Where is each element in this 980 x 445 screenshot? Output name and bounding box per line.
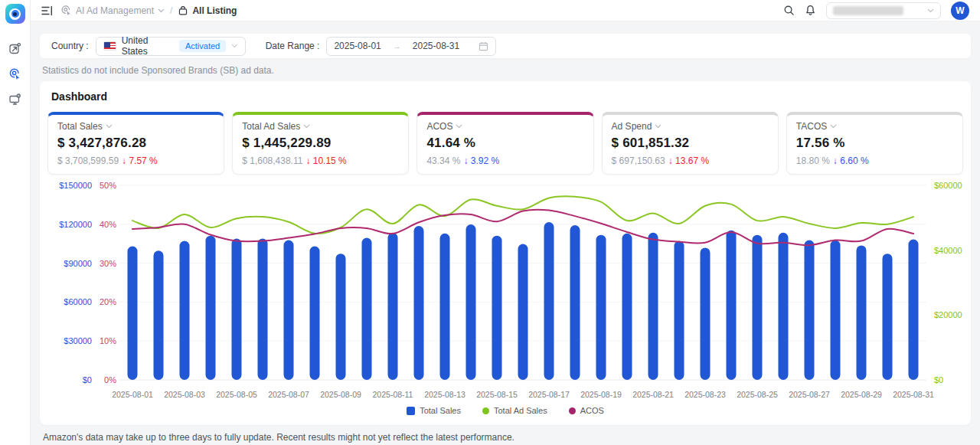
svg-text:$60000: $60000 (934, 181, 962, 190)
chevron-down-icon[interactable] (158, 8, 165, 13)
legend-item-total-ad-sales[interactable]: Total Ad Sales (482, 406, 547, 415)
metric-label: Total Ad Sales (242, 121, 300, 132)
us-flag-icon (103, 41, 116, 51)
down-arrow-icon: ↓ (668, 155, 673, 166)
metric-card-acos: ACOS 41.64 % 43.34 % ↓ 3.92 % (416, 112, 593, 175)
date-range-picker[interactable]: 2025-08-01 → 2025-08-31 (326, 37, 496, 56)
svg-text:$20000: $20000 (934, 310, 962, 319)
listing-monitor-icon[interactable] (6, 90, 24, 108)
svg-text:2025-08-31: 2025-08-31 (893, 390, 934, 399)
metric-label: ACOS (426, 121, 452, 132)
app-logo[interactable] (5, 4, 25, 24)
metric-comparison: 43.34 % ↓ 3.92 % (426, 155, 583, 166)
metric-comparison: 18.80 % ↓ 6.60 % (796, 155, 953, 166)
down-arrow-icon: ↓ (305, 155, 310, 166)
svg-text:$0: $0 (934, 375, 943, 384)
ad-target-icon (60, 5, 72, 16)
svg-text:$60000: $60000 (64, 297, 92, 306)
svg-text:2025-08-21: 2025-08-21 (632, 390, 674, 399)
date-range-arrow: → (393, 41, 401, 51)
legend-circle-marker (569, 407, 576, 414)
chevron-down-icon (303, 124, 310, 129)
metric-label: Total Sales (57, 121, 103, 132)
legend-item-acos[interactable]: ACOS (569, 406, 604, 415)
metric-card-total-ad-sales: Total Ad Sales $ 1,445,229.89 $ 1,608,43… (232, 112, 409, 175)
ai-ad-management-icon[interactable] (6, 64, 24, 83)
metric-change: ↓ 3.92 % (463, 155, 499, 166)
sidebar (0, 0, 31, 445)
filter-bar: Country : United States Activated Date R… (40, 34, 971, 58)
metric-comparison: $ 1,608,438.11 ↓ 10.15 % (242, 155, 399, 166)
legend-label: Total Ad Sales (494, 406, 547, 415)
dashboard-card: Dashboard Total Sales $ 3,427,876.28 $ 3… (40, 81, 971, 425)
metric-change: ↓ 13.67 % (668, 155, 709, 166)
svg-text:20%: 20% (100, 297, 116, 306)
breadcrumb-ai-ad-management[interactable]: AI Ad Management (76, 5, 154, 16)
dashboard-chart-svg[interactable]: $150000$120000$90000$60000$30000$050%40%… (47, 179, 963, 406)
metric-card-total-sales: Total Sales $ 3,427,876.28 $ 3,708,599.5… (47, 112, 224, 175)
chevron-down-icon (655, 124, 662, 129)
metric-select[interactable]: Ad Spend (612, 121, 769, 132)
down-arrow-icon: ↓ (463, 155, 468, 166)
chart-legend: Total SalesTotal Ad SalesACOS (47, 406, 963, 415)
svg-text:10%: 10% (100, 336, 116, 345)
metric-value: 17.56 % (796, 136, 953, 151)
breadcrumb-separator: / (170, 5, 172, 16)
metric-change: ↓ 10.15 % (305, 155, 346, 166)
dashboard-compass-icon[interactable] (6, 39, 24, 57)
metric-cards-row: Total Sales $ 3,427,876.28 $ 3,708,599.5… (47, 112, 963, 175)
metric-change: ↓ 7.57 % (122, 155, 158, 166)
svg-text:$0: $0 (83, 375, 92, 384)
metric-value: $ 601,851.32 (612, 136, 769, 151)
calendar-icon (479, 41, 488, 51)
main-content: Country : United States Activated Date R… (31, 21, 980, 445)
breadcrumb: AI Ad Management / All Listing (60, 5, 237, 16)
svg-text:2025-08-19: 2025-08-19 (580, 390, 622, 399)
workspace-select[interactable] (826, 2, 941, 19)
metric-prev-value: $ 3,708,599.59 (57, 155, 119, 166)
svg-text:2025-08-27: 2025-08-27 (789, 390, 830, 399)
svg-text:2025-08-01: 2025-08-01 (112, 390, 153, 399)
metric-select[interactable]: Total Sales (57, 121, 214, 132)
search-icon[interactable] (783, 5, 795, 16)
user-avatar[interactable]: W (951, 2, 969, 20)
country-select[interactable]: United States Activated (96, 37, 246, 56)
date-end-value[interactable]: 2025-08-31 (413, 41, 459, 51)
bell-icon[interactable] (805, 5, 816, 16)
date-start-value[interactable]: 2025-08-01 (334, 41, 381, 51)
dashboard-title: Dashboard (51, 90, 959, 103)
down-arrow-icon: ↓ (122, 155, 126, 166)
country-value: United States (122, 35, 174, 57)
menu-fold-icon[interactable] (41, 5, 53, 16)
legend-circle-marker (482, 407, 489, 414)
svg-text:2025-08-11: 2025-08-11 (373, 390, 413, 399)
svg-text:2025-08-23: 2025-08-23 (684, 390, 726, 399)
svg-text:2025-08-25: 2025-08-25 (737, 390, 778, 399)
top-header: AI Ad Management / All Listing W (31, 0, 980, 21)
svg-text:30%: 30% (100, 259, 116, 268)
sb-data-notice: Statistics do not include Sponsored Bran… (42, 65, 969, 76)
metric-value: $ 1,445,229.89 (242, 136, 399, 151)
metric-select[interactable]: ACOS (426, 121, 583, 132)
date-range-label: Date Range : (266, 41, 320, 51)
svg-text:2025-08-09: 2025-08-09 (320, 390, 361, 399)
metric-value: $ 3,427,876.28 (57, 136, 214, 151)
metric-prev-value: $ 697,150.63 (612, 155, 665, 166)
metric-prev-value: $ 1,608,438.11 (242, 155, 302, 166)
svg-text:40%: 40% (100, 220, 116, 229)
metric-comparison: $ 3,708,599.59 ↓ 7.57 % (57, 155, 214, 166)
breadcrumb-all-listing[interactable]: All Listing (192, 5, 237, 16)
svg-text:$90000: $90000 (64, 259, 92, 268)
metric-label: Ad Spend (612, 121, 652, 132)
performance-chart[interactable]: $150000$120000$90000$60000$30000$050%40%… (47, 179, 963, 415)
chevron-down-icon (106, 124, 113, 129)
svg-text:2025-08-29: 2025-08-29 (841, 390, 882, 399)
svg-text:$30000: $30000 (64, 336, 92, 345)
metric-value: 41.64 % (426, 136, 583, 151)
legend-item-total-sales[interactable]: Total Sales (407, 406, 461, 415)
metric-prev-value: 43.34 % (426, 155, 460, 166)
svg-text:2025-08-07: 2025-08-07 (268, 390, 309, 399)
metric-select[interactable]: Total Ad Sales (242, 121, 399, 132)
metric-select[interactable]: TACOS (796, 121, 953, 132)
country-status-badge: Activated (179, 40, 226, 52)
